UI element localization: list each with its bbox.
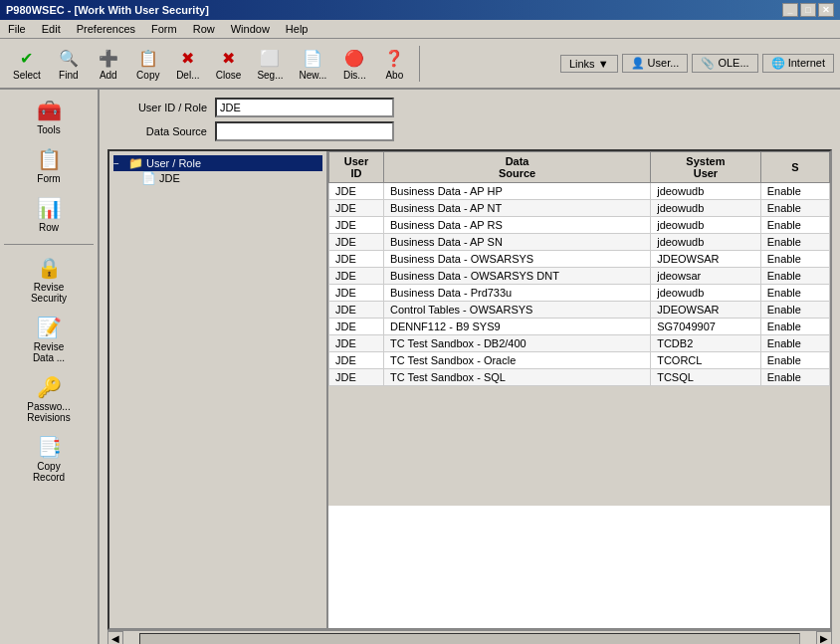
h-scrollbar[interactable]: ◀ ▶ (107, 630, 832, 644)
cell-status: Enable (760, 302, 829, 319)
add-icon: ➕ (97, 46, 120, 70)
minimize-button[interactable]: _ (782, 3, 798, 17)
copy-record-icon: 📑 (37, 435, 62, 459)
h-scroll-track[interactable] (139, 633, 800, 645)
data-source-label: Data Source (107, 125, 207, 137)
cell-data-source: Business Data - Prd733u (383, 285, 650, 302)
select-button[interactable]: ✔ Select (6, 43, 48, 84)
sidebar-revise-data[interactable]: 📝 ReviseData ... (4, 311, 94, 368)
user-id-input[interactable] (215, 98, 394, 117)
table-row[interactable]: JDE Business Data - AP RS jdeowudb Enabl… (329, 217, 830, 234)
delete-button[interactable]: ✖ Del... (169, 43, 207, 84)
scroll-right-arrow[interactable]: ▶ (816, 631, 832, 645)
new-button[interactable]: 📄 New... (293, 43, 334, 84)
main-container: 🧰 Tools 📋 Form 📊 Row 🔒 ReviseSecurity 📝 … (0, 90, 840, 644)
window-controls[interactable]: _ □ ✕ (782, 3, 834, 17)
cell-status: Enable (760, 183, 829, 200)
abo-button[interactable]: ❓ Abo (375, 43, 413, 84)
tree-child-item[interactable]: 📄 JDE (113, 171, 322, 185)
seg-button[interactable]: ⬜ Seg... (250, 43, 290, 84)
data-source-input[interactable] (215, 121, 394, 141)
table-row[interactable]: JDE Business Data - AP NT jdeowudb Enabl… (329, 200, 830, 217)
form-label: Form (37, 173, 60, 184)
dis-button[interactable]: 🔴 Dis... (335, 43, 373, 84)
table-row[interactable]: JDE DENNF112 - B9 SYS9 SG7049907 Enable (329, 319, 830, 335)
col-user-id: UserID (329, 152, 384, 183)
menu-window[interactable]: Window (227, 22, 274, 36)
cell-system-user: jdeowudb (651, 234, 760, 251)
cell-data-source: TC Test Sandbox - Oracle (383, 352, 650, 369)
menu-row[interactable]: Row (189, 22, 219, 36)
col-data-source: DataSource (383, 152, 650, 183)
select-label: Select (13, 70, 41, 81)
table-row[interactable]: JDE TC Test Sandbox - SQL TCSQL Enable (329, 369, 830, 386)
table-row[interactable]: JDE Business Data - AP SN jdeowudb Enabl… (329, 234, 830, 251)
add-button[interactable]: ➕ Add (90, 43, 127, 84)
cell-data-source: Control Tables - OWSARSYS (383, 302, 650, 319)
menu-file[interactable]: File (4, 22, 30, 36)
menu-preferences[interactable]: Preferences (73, 22, 139, 36)
window-title: P980WSEC - [Work With User Security] (6, 4, 209, 16)
copy-record-label: CopyRecord (33, 461, 65, 483)
dis-label: Dis... (343, 70, 366, 81)
cell-status: Enable (760, 200, 829, 217)
links-button[interactable]: Links ▼ (560, 55, 618, 73)
menu-edit[interactable]: Edit (38, 22, 65, 36)
cell-user-id: JDE (329, 251, 384, 268)
sidebar-form[interactable]: 📋 Form (4, 142, 94, 189)
table-header-row: UserID DataSource SystemUser S (329, 152, 830, 183)
table-row[interactable]: JDE Business Data - OWSARSYS DNT jdeowsa… (329, 268, 830, 285)
find-icon: 🔍 (57, 46, 81, 70)
sidebar: 🧰 Tools 📋 Form 📊 Row 🔒 ReviseSecurity 📝 … (0, 90, 100, 644)
user-button[interactable]: 👤 User... (622, 54, 689, 73)
revise-data-icon: 📝 (37, 316, 62, 339)
table-row[interactable]: JDE TC Test Sandbox - DB2/400 TCDB2 Enab… (329, 335, 830, 352)
title-bar: P980WSEC - [Work With User Security] _ □… (0, 0, 840, 20)
cell-user-id: JDE (329, 319, 384, 335)
cell-status: Enable (760, 319, 829, 335)
menu-help[interactable]: Help (282, 22, 313, 36)
table-row[interactable]: JDE Control Tables - OWSARSYS JDEOWSAR E… (329, 302, 830, 319)
cell-system-user: TCDB2 (651, 335, 760, 352)
cell-user-id: JDE (329, 369, 384, 386)
cell-user-id: JDE (329, 234, 384, 251)
menu-bar: File Edit Preferences Form Row Window He… (0, 20, 840, 39)
sidebar-tools[interactable]: 🧰 Tools (4, 94, 94, 140)
select-icon: ✔ (15, 46, 39, 70)
cell-user-id: JDE (329, 217, 384, 234)
revise-security-label: ReviseSecurity (31, 282, 67, 304)
table-panel: UserID DataSource SystemUser S JDE Busin… (328, 151, 830, 628)
close-button-toolbar[interactable]: ✖ Close (209, 43, 249, 84)
copy-button[interactable]: 📋 Copy (129, 43, 167, 84)
find-label: Find (59, 70, 78, 81)
cell-user-id: JDE (329, 302, 384, 319)
scroll-left-arrow[interactable]: ◀ (107, 631, 123, 645)
tree-root-item[interactable]: − 📁 User / Role (113, 155, 322, 171)
col-status: S (760, 152, 829, 183)
cell-status: Enable (760, 369, 829, 386)
add-label: Add (100, 70, 117, 81)
abo-icon: ❓ (382, 46, 406, 70)
menu-form[interactable]: Form (147, 22, 181, 36)
sidebar-copy-record[interactable]: 📑 CopyRecord (4, 430, 94, 488)
toolbar-right: Links ▼ 👤 User... 📎 OLE... 🌐 Internet (560, 54, 834, 73)
sidebar-revise-security[interactable]: 🔒 ReviseSecurity (4, 251, 94, 309)
dis-icon: 🔴 (342, 46, 366, 70)
revise-data-label: ReviseData ... (33, 341, 65, 363)
tree-toggle[interactable]: − (113, 158, 125, 169)
sidebar-row[interactable]: 📊 Row (4, 191, 94, 238)
table-row[interactable]: JDE Business Data - Prd733u jdeowudb Ena… (329, 285, 830, 302)
ole-button[interactable]: 📎 OLE... (692, 54, 757, 73)
close-button[interactable]: ✕ (818, 3, 834, 17)
internet-button[interactable]: 🌐 Internet (762, 54, 834, 73)
row-icon: 📊 (37, 196, 62, 220)
table-row[interactable]: JDE Business Data - AP HP jdeowudb Enabl… (329, 183, 830, 200)
maximize-button[interactable]: □ (800, 3, 816, 17)
find-button[interactable]: 🔍 Find (50, 43, 88, 84)
cell-system-user: jdeowudb (651, 217, 760, 234)
table-row[interactable]: JDE TC Test Sandbox - Oracle TCORCL Enab… (329, 352, 830, 369)
sidebar-password-revisions[interactable]: 🔑 Passwo...Revisions (4, 370, 94, 428)
table-row[interactable]: JDE Business Data - OWSARSYS JDEOWSAR En… (329, 251, 830, 268)
cell-status: Enable (760, 251, 829, 268)
cell-status: Enable (760, 217, 829, 234)
